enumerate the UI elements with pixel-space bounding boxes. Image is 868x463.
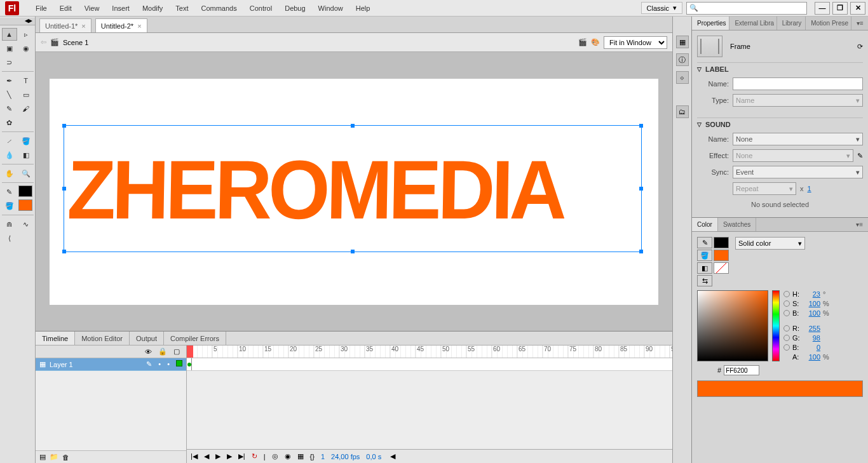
layer-name[interactable]: Layer 1 — [50, 361, 73, 368]
last-frame-icon[interactable]: ▶| — [238, 452, 245, 460]
label-type-select[interactable]: Name▾ — [733, 94, 863, 107]
fill-color[interactable]: 🪣 — [2, 199, 17, 212]
text-tool[interactable]: T — [18, 74, 34, 87]
tab-output[interactable]: Output — [130, 332, 164, 345]
effect-select[interactable]: None▾ — [733, 149, 853, 162]
alpha-value[interactable]: 100 — [804, 353, 820, 361]
close-icon[interactable]: × — [137, 22, 141, 30]
edit-multiple-icon[interactable]: ▦ — [297, 452, 304, 460]
color-sv-picker[interactable] — [697, 290, 768, 361]
label-section[interactable]: LABEL — [697, 62, 863, 76]
sound-section[interactable]: SOUND — [697, 117, 863, 131]
hand-tool[interactable]: ✋ — [2, 167, 17, 180]
menu-file[interactable]: File — [29, 0, 53, 17]
stroke-color-swatch[interactable] — [714, 237, 729, 248]
color-type-select[interactable]: Solid color▾ — [735, 237, 805, 250]
panel-menu-icon[interactable]: ▾≡ — [851, 17, 868, 30]
first-frame-icon[interactable]: |◀ — [191, 452, 198, 460]
green-value[interactable]: 98 — [804, 334, 820, 342]
edit-icon[interactable]: ✎ — [857, 152, 863, 160]
no-color-icon[interactable] — [714, 262, 729, 274]
tab-library[interactable]: Library — [777, 17, 806, 30]
window-minimize[interactable]: — — [815, 2, 830, 15]
fill-color-swatch[interactable] — [714, 250, 729, 261]
panel-menu-icon[interactable]: ▾≡ — [851, 218, 868, 231]
playhead[interactable] — [187, 346, 193, 358]
edit-scene-icon[interactable]: 🎬 — [578, 38, 587, 46]
menu-text[interactable]: Text — [169, 0, 194, 17]
loop-icon[interactable]: ↻ — [252, 452, 257, 460]
pencil-tool[interactable]: ✎ — [2, 102, 17, 115]
prev-frame-icon[interactable]: ◀ — [204, 452, 209, 460]
brush-tool[interactable]: 🖌 — [18, 102, 34, 115]
timeline-ruler[interactable]: 15101520253035404550556065707580859095 — [187, 346, 672, 358]
menu-help[interactable]: Help — [349, 0, 377, 17]
stage-area[interactable]: ZHEROMEDIA — [36, 52, 672, 331]
repeat-count[interactable]: 1 — [808, 185, 811, 192]
selection-tool[interactable]: ▲ — [2, 28, 17, 41]
stage[interactable]: ZHEROMEDIA — [50, 79, 658, 305]
swap-colors-icon[interactable]: ⇆ — [697, 275, 712, 286]
zoom-select[interactable]: Fit in Window — [604, 36, 667, 49]
stroke-swatch[interactable] — [18, 185, 32, 197]
fill-swatch[interactable] — [18, 199, 32, 211]
frames-pane[interactable]: 15101520253035404550556065707580859095 |… — [187, 346, 672, 463]
sound-select[interactable]: None▾ — [733, 133, 863, 145]
outline-icon[interactable]: ▢ — [173, 347, 180, 356]
sat-value[interactable]: 100 — [804, 300, 820, 307]
search-input[interactable]: 🔍 — [686, 2, 807, 15]
tab-properties[interactable]: Properties — [692, 17, 729, 30]
red-value[interactable]: 255 — [804, 325, 820, 332]
stroke-tool-icon[interactable]: ✎ — [697, 237, 712, 248]
workspace-select[interactable]: Classic▾ — [641, 2, 682, 14]
lock-icon[interactable]: 🔒 — [158, 347, 167, 356]
new-layer-icon[interactable]: ▤ — [39, 453, 46, 461]
tab-swatches[interactable]: Swatches — [718, 218, 756, 231]
snap-tool[interactable]: ⋒ — [2, 218, 17, 231]
label-name-input[interactable] — [733, 77, 863, 90]
eye-icon[interactable]: 👁 — [145, 348, 152, 356]
project-panel-icon[interactable]: 🗂 — [676, 105, 689, 118]
sync-select[interactable]: Event▾ — [733, 166, 863, 178]
info-panel-icon[interactable]: ⓘ — [676, 53, 689, 66]
scene-name[interactable]: Scene 1 — [63, 39, 88, 46]
tab-color[interactable]: Color — [692, 218, 718, 231]
transform-panel-icon[interactable]: ⟐ — [676, 71, 689, 84]
close-icon[interactable]: × — [81, 22, 85, 30]
align-panel-icon[interactable]: ▦ — [676, 36, 689, 48]
pen-tool[interactable]: ✒ — [2, 74, 17, 87]
back-icon[interactable]: ⇦ — [41, 38, 46, 46]
blue-value[interactable]: 0 — [804, 344, 820, 351]
delete-layer-icon[interactable]: 🗑 — [62, 453, 69, 461]
doc-tab-2[interactable]: Untitled-2*× — [95, 18, 147, 32]
tab-compiler-errors[interactable]: Compiler Errors — [164, 332, 226, 345]
hue-value[interactable]: 23 — [804, 290, 820, 298]
eraser-tool[interactable]: ◧ — [18, 149, 34, 161]
repeat-select[interactable]: Repeat▾ — [733, 182, 796, 195]
smooth-tool[interactable]: ∿ — [18, 218, 34, 231]
tab-timeline[interactable]: Timeline — [36, 332, 75, 345]
search-field[interactable] — [701, 4, 804, 12]
menu-control[interactable]: Control — [243, 0, 278, 17]
edit-symbols-icon[interactable]: 🎨 — [591, 38, 600, 46]
line-tool[interactable]: ╲ — [2, 88, 17, 101]
bone-tool[interactable]: ⟋ — [2, 135, 17, 147]
hex-input[interactable] — [724, 365, 759, 375]
menu-modify[interactable]: Modify — [136, 0, 169, 17]
stroke-color[interactable]: ✎ — [2, 185, 17, 198]
timeline-track[interactable] — [187, 358, 672, 371]
onion-outline-icon[interactable]: ◉ — [285, 452, 291, 460]
stage-text[interactable]: ZHEROMEDIA — [67, 148, 640, 231]
menu-window[interactable]: Window — [312, 0, 349, 17]
window-maximize[interactable]: ❐ — [832, 2, 848, 15]
bw-icon[interactable]: ◧ — [697, 262, 712, 274]
tab-ext-library[interactable]: External Libra — [729, 17, 776, 30]
deco-tool[interactable]: ✿ — [2, 116, 17, 129]
layer-row[interactable]: ▦ Layer 1 ✎•• — [36, 358, 186, 371]
play-icon[interactable]: ▶ — [215, 452, 220, 460]
bri-value[interactable]: 100 — [804, 309, 820, 317]
tab-motion-presets[interactable]: Motion Prese — [806, 17, 851, 30]
tools-collapse[interactable]: ◀▶ — [0, 18, 35, 25]
menu-commands[interactable]: Commands — [194, 0, 243, 17]
zoom-tool[interactable]: 🔍 — [18, 167, 34, 180]
